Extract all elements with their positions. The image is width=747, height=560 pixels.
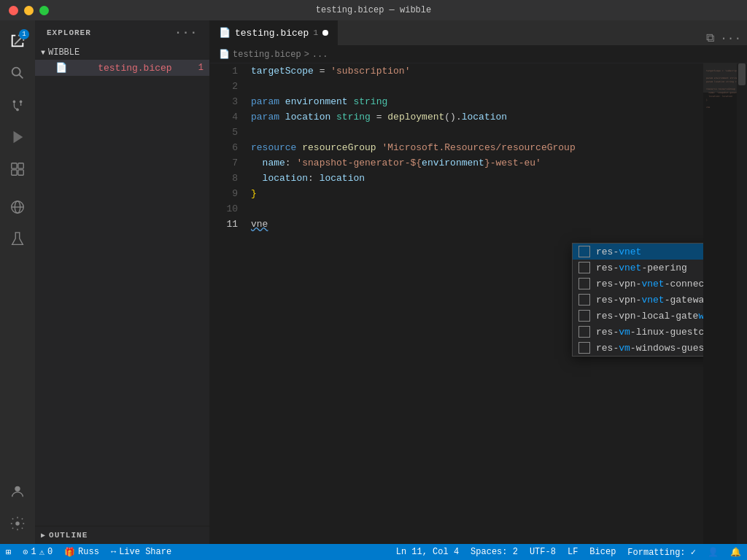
status-eol[interactable]: LF [562, 547, 584, 557]
status-bell[interactable]: 🔔 [724, 547, 747, 558]
status-remote[interactable]: ⊞ [0, 547, 17, 558]
editor-area: 📄 testing.bicep 1 ⧉ ··· 📄 testing.bicep … [210, 20, 747, 544]
ac-item-icon-2 [578, 278, 590, 289]
status-errors[interactable]: ⊙ 1 ⚠ 0 [17, 547, 58, 558]
ac-item-label-5: res-vm-linux-guestconfig-ext [596, 324, 703, 340]
ac-item-label-0: res-vnet [596, 244, 703, 260]
main-layout: 1 EXPLORER [0, 20, 747, 544]
svg-rect-7 [18, 163, 23, 168]
tab-modified-indicator [322, 30, 328, 36]
autocomplete-item-4[interactable]: res-vpn-local-gateway [573, 308, 703, 324]
outline-header[interactable]: ▶ OUTLINE [35, 526, 209, 544]
spaces-label: Spaces: 2 [471, 547, 518, 557]
svg-point-0 [12, 68, 20, 76]
breadcrumb-file-icon: 📄 [219, 49, 230, 60]
code-line-1: targetScope = 'subscription' [251, 63, 703, 79]
maximize-button[interactable] [39, 6, 49, 15]
encoding-label: UTF-8 [530, 547, 556, 557]
code-line-6: resource resourceGroup 'Microsoft.Resour… [251, 140, 703, 155]
autocomplete-item-1[interactable]: res-vnet-peering [573, 260, 703, 276]
activity-extensions[interactable] [3, 155, 32, 184]
status-position[interactable]: Ln 11, Col 4 [390, 547, 465, 557]
sidebar-header: EXPLORER ··· [35, 20, 209, 45]
status-user[interactable]: 🎁 Russ [58, 547, 105, 558]
outline-chevron-icon: ▶ [41, 531, 46, 540]
ac-item-icon-3 [578, 294, 590, 306]
ac-item-label-1: res-vnet-peering [596, 260, 703, 276]
autocomplete-item-3[interactable]: res-vpn-vnet-gateway [573, 292, 703, 308]
code-line-3: param environment string [251, 94, 703, 109]
language-label: Bicep [589, 547, 616, 557]
breadcrumb-file[interactable]: testing.bicep [233, 50, 301, 60]
line-numbers: 1 2 3 4 5 6 7 8 9 10 11 [210, 63, 245, 544]
code-editor[interactable]: 1 2 3 4 5 6 7 8 9 10 11 targetScope = 's… [210, 63, 747, 544]
code-line-8: location: location [251, 171, 703, 186]
bell-icon: 🔔 [730, 547, 741, 558]
ac-item-icon-4 [578, 310, 590, 322]
activity-test[interactable] [3, 225, 32, 254]
file-error-badge: 1 [198, 63, 204, 73]
right-scrollbar[interactable] [737, 63, 747, 544]
minimize-button[interactable] [24, 6, 34, 15]
autocomplete-item-0[interactable]: res-vnet Virtual Network [573, 244, 703, 260]
ac-item-label-6: res-vm-windows-guestconfig-ext [596, 341, 703, 356]
error-count: 1 [31, 547, 36, 557]
sidebar-header-actions: ··· [174, 26, 198, 39]
tab-file-icon: 📄 [219, 27, 231, 39]
ac-item-label-4: res-vpn-local-gateway [596, 308, 703, 324]
remote-icon: ⊞ [6, 547, 11, 558]
activity-explorer[interactable]: 1 [3, 26, 32, 55]
code-line-7: name: 'snapshot-generator-${environment}… [251, 155, 703, 171]
status-encoding[interactable]: UTF-8 [524, 547, 562, 557]
status-bar: ⊞ ⊙ 1 ⚠ 0 🎁 Russ ↔ Live Share Ln 11, Col… [0, 544, 747, 560]
ac-item-icon-5 [578, 326, 590, 338]
outline-title: OUTLINE [49, 531, 88, 540]
split-editor-icon[interactable]: ⧉ [706, 31, 714, 45]
activity-settings[interactable] [3, 509, 32, 538]
warning-icon: ⚠ [39, 547, 44, 558]
activity-bar-bottom [3, 477, 32, 544]
status-liveshare[interactable]: ↔ Live Share [105, 547, 177, 557]
autocomplete-item-6[interactable]: res-vm-windows-guestconfig-ext [573, 340, 703, 356]
status-language[interactable]: Bicep [584, 547, 622, 557]
ac-item-label-3: res-vpn-vnet-gateway [596, 292, 703, 308]
tab-number: 1 [313, 28, 318, 37]
activity-remote-explorer[interactable] [3, 192, 32, 222]
activity-run[interactable] [3, 122, 32, 152]
scrollbar-thumb[interactable] [738, 63, 746, 85]
username: Russ [78, 547, 99, 557]
code-line-10 [251, 201, 703, 217]
file-item-testing-bicep[interactable]: 📄 testing.bicep 1 [35, 60, 209, 76]
ac-item-icon-6 [578, 342, 590, 354]
window-controls [9, 6, 49, 15]
status-account[interactable]: 👤 [702, 547, 724, 558]
code-content[interactable]: targetScope = 'subscription' param envir… [245, 63, 703, 544]
status-left: ⊞ ⊙ 1 ⚠ 0 🎁 Russ ↔ Live Share [0, 547, 177, 558]
code-line-11: vne [251, 217, 703, 232]
file-name: testing.bicep [98, 63, 171, 74]
svg-point-3 [20, 101, 23, 104]
activity-remote[interactable] [3, 477, 32, 506]
wibble-folder-label[interactable]: ▼ WIBBLE [35, 45, 209, 60]
breadcrumb: 📄 testing.bicep > ... [210, 46, 747, 63]
breadcrumb-symbol[interactable]: ... [312, 50, 328, 60]
close-button[interactable] [9, 6, 18, 15]
sidebar-more-icon[interactable]: ··· [174, 26, 198, 39]
titlebar: testing.bicep — wibble [0, 0, 747, 20]
breadcrumb-separator: > [304, 50, 309, 60]
formatting-label: Formatting: ✓ [627, 547, 696, 558]
activity-scm[interactable] [3, 90, 32, 120]
autocomplete-item-5[interactable]: res-vm-linux-guestconfig-ext [573, 324, 703, 340]
autocomplete-item-2[interactable]: res-vpn-vnet-connection [573, 276, 703, 292]
sidebar-title: EXPLORER [47, 28, 91, 37]
tab-testing-bicep[interactable]: 📄 testing.bicep 1 [210, 20, 338, 45]
autocomplete-dropdown: res-vnet Virtual Network res-vnet-peerin… [572, 243, 703, 357]
more-actions-icon[interactable]: ··· [720, 32, 741, 45]
position-label: Ln 11, Col 4 [396, 547, 459, 557]
explorer-badge: 1 [19, 29, 29, 39]
status-formatting[interactable]: Formatting: ✓ [622, 547, 702, 558]
user-icon: 🎁 [64, 547, 75, 558]
liveshare-icon: ↔ [111, 547, 116, 557]
status-spaces[interactable]: Spaces: 2 [465, 547, 524, 557]
activity-search[interactable] [3, 58, 32, 88]
